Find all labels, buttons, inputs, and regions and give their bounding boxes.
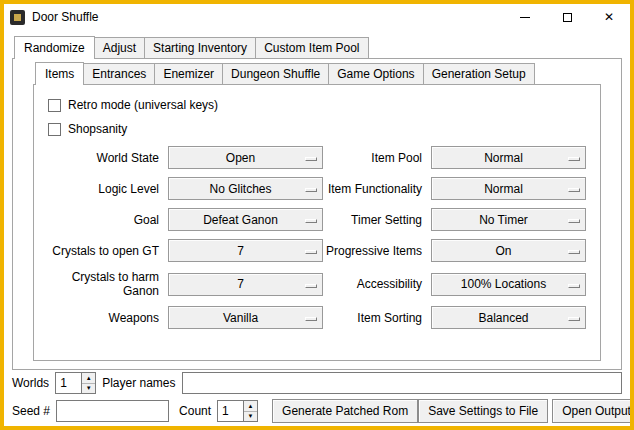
- shopsanity-checkbox[interactable]: [48, 123, 61, 136]
- item-functionality-dropdown[interactable]: Normal: [431, 177, 586, 200]
- world-state-label: World State: [40, 151, 168, 165]
- player-names-label: Player names: [102, 376, 175, 390]
- accessibility-dropdown[interactable]: 100% Locations: [431, 273, 586, 296]
- tab-items[interactable]: Items: [35, 62, 84, 85]
- dropdown-indicator-icon: [568, 157, 580, 161]
- tab-randomize[interactable]: Randomize: [14, 36, 95, 59]
- weapons-value: Vanilla: [223, 311, 268, 325]
- window-content: Randomize Adjust Starting Inventory Cust…: [4, 30, 630, 426]
- tab-entrances[interactable]: Entrances: [83, 63, 155, 84]
- worlds-label: Worlds: [12, 376, 49, 390]
- weapons-label: Weapons: [40, 311, 168, 325]
- accessibility-label: Accessibility: [323, 277, 431, 291]
- count-spinbox: ▲ ▼: [217, 400, 258, 422]
- dropdown-indicator-icon: [568, 188, 580, 192]
- spin-down-icon[interactable]: ▼: [244, 412, 257, 422]
- option-row: World State Open Item Pool Normal: [40, 146, 594, 169]
- seed-row: Seed # Count ▲ ▼ Generate Patched Rom Sa…: [12, 399, 622, 423]
- count-spin-arrows: ▲ ▼: [243, 400, 258, 422]
- timer-setting-label: Timer Setting: [323, 213, 431, 227]
- options-grid: World State Open Item Pool Normal Logic …: [40, 146, 594, 329]
- logic-level-label: Logic Level: [40, 182, 168, 196]
- goal-dropdown[interactable]: Defeat Ganon: [168, 208, 323, 231]
- close-icon: ✕: [604, 11, 614, 23]
- dropdown-indicator-icon: [305, 317, 317, 321]
- app-window: Door Shuffle ✕ Randomize Adjust Starting…: [0, 0, 634, 430]
- shopsanity-row: Shopsanity: [48, 122, 594, 136]
- option-row: Crystals to open GT 7 Progressive Items …: [40, 239, 594, 262]
- dropdown-indicator-icon: [305, 157, 317, 161]
- tab-game-options[interactable]: Game Options: [328, 63, 423, 84]
- accessibility-value: 100% Locations: [461, 277, 556, 291]
- world-state-value: Open: [226, 151, 265, 165]
- logic-level-dropdown[interactable]: No Glitches: [168, 177, 323, 200]
- world-state-dropdown[interactable]: Open: [168, 146, 323, 169]
- item-pool-label: Item Pool: [323, 151, 431, 165]
- crystals-gt-dropdown[interactable]: 7: [168, 239, 323, 262]
- open-output-directory-button[interactable]: Open Output Directory: [552, 399, 634, 423]
- inner-tab-bar: Items Entrances Enemizer Dungeon Shuffle…: [33, 62, 601, 84]
- dropdown-indicator-icon: [568, 284, 580, 288]
- generate-patched-rom-button[interactable]: Generate Patched Rom: [272, 399, 418, 423]
- tab-custom-item-pool[interactable]: Custom Item Pool: [255, 37, 368, 58]
- item-sorting-value: Balanced: [478, 311, 538, 325]
- item-pool-dropdown[interactable]: Normal: [431, 146, 586, 169]
- spin-up-icon[interactable]: ▲: [244, 401, 257, 412]
- crystals-ganon-dropdown[interactable]: 7: [168, 273, 323, 296]
- option-row: Goal Defeat Ganon Timer Setting No Timer: [40, 208, 594, 231]
- save-settings-button[interactable]: Save Settings to File: [418, 399, 548, 423]
- tab-adjust[interactable]: Adjust: [94, 37, 145, 58]
- minimize-button[interactable]: [504, 4, 546, 30]
- crystals-ganon-value: 7: [237, 277, 254, 291]
- crystals-gt-label: Crystals to open GT: [40, 244, 168, 258]
- option-row: Crystals to harm Ganon 7 Accessibility 1…: [40, 270, 594, 298]
- spin-down-icon[interactable]: ▼: [82, 384, 95, 394]
- bottom-controls: Worlds ▲ ▼ Player names Seed # Count: [12, 367, 622, 423]
- dropdown-indicator-icon: [568, 250, 580, 254]
- randomize-pane: Items Entrances Enemizer Dungeon Shuffle…: [12, 58, 622, 370]
- progressive-items-dropdown[interactable]: On: [431, 239, 586, 262]
- tab-generation-setup[interactable]: Generation Setup: [423, 63, 535, 84]
- maximize-button[interactable]: [546, 4, 588, 30]
- worlds-input[interactable]: [55, 372, 81, 394]
- dropdown-indicator-icon: [305, 284, 317, 288]
- window-title: Door Shuffle: [32, 10, 99, 24]
- maximize-icon: [563, 13, 572, 22]
- item-functionality-label: Item Functionality: [323, 182, 431, 196]
- tab-starting-inventory[interactable]: Starting Inventory: [144, 37, 256, 58]
- seed-input[interactable]: [56, 400, 169, 422]
- item-sorting-dropdown[interactable]: Balanced: [431, 306, 586, 329]
- player-names-input[interactable]: [182, 372, 623, 394]
- progressive-items-label: Progressive Items: [323, 244, 431, 258]
- dropdown-indicator-icon: [305, 250, 317, 254]
- goal-label: Goal: [40, 213, 168, 227]
- dropdown-indicator-icon: [568, 219, 580, 223]
- dropdown-indicator-icon: [568, 317, 580, 321]
- count-input[interactable]: [217, 400, 243, 422]
- weapons-dropdown[interactable]: Vanilla: [168, 306, 323, 329]
- worlds-row: Worlds ▲ ▼ Player names: [12, 372, 622, 394]
- seed-label: Seed #: [12, 404, 50, 418]
- option-row: Weapons Vanilla Item Sorting Balanced: [40, 306, 594, 329]
- items-pane: Retro mode (universal keys) Shopsanity W…: [33, 84, 601, 361]
- crystals-gt-value: 7: [237, 244, 254, 258]
- item-functionality-value: Normal: [484, 182, 533, 196]
- tab-enemizer[interactable]: Enemizer: [154, 63, 223, 84]
- worlds-spinbox: ▲ ▼: [55, 372, 96, 394]
- progressive-items-value: On: [495, 244, 521, 258]
- tab-dungeon-shuffle[interactable]: Dungeon Shuffle: [222, 63, 329, 84]
- title-bar[interactable]: Door Shuffle ✕: [4, 4, 630, 30]
- item-sorting-label: Item Sorting: [323, 311, 431, 325]
- logic-level-value: No Glitches: [209, 182, 281, 196]
- spin-up-icon[interactable]: ▲: [82, 373, 95, 384]
- dropdown-indicator-icon: [305, 219, 317, 223]
- close-button[interactable]: ✕: [588, 4, 630, 30]
- app-icon: [10, 10, 25, 25]
- shopsanity-label: Shopsanity: [68, 122, 127, 136]
- minimize-icon: [520, 17, 530, 18]
- worlds-spin-arrows: ▲ ▼: [81, 372, 96, 394]
- option-row: Logic Level No Glitches Item Functionali…: [40, 177, 594, 200]
- caption-buttons: ✕: [504, 4, 630, 30]
- timer-setting-dropdown[interactable]: No Timer: [431, 208, 586, 231]
- retro-mode-checkbox[interactable]: [48, 99, 61, 112]
